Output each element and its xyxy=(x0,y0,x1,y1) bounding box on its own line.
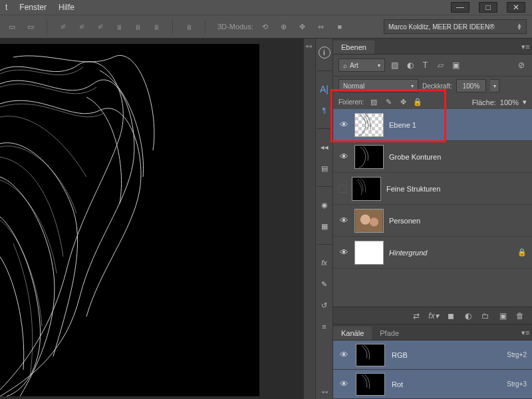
channel-row[interactable]: 👁 Rot Strg+3 xyxy=(333,370,532,399)
main-area: ◂◂ i A| ¶ ◂◂ ▤ ◉ ▦ fx ✎ ↺ ≡ ◂◂ Ebenen ▾≡… xyxy=(0,39,532,399)
3d-pan-icon[interactable]: ✥ xyxy=(296,20,309,33)
distribute-icon-5[interactable]: ⫼ xyxy=(131,20,144,33)
dropdown-arrows-icon: ▲▼ xyxy=(517,23,522,30)
visibility-eye-icon[interactable]: 👁 xyxy=(338,350,349,360)
group-icon[interactable]: 🗀 xyxy=(480,311,491,321)
layer-row[interactable]: 👁 Grobe Konturen xyxy=(333,141,532,173)
tab-channels[interactable]: Kanäle xyxy=(333,327,372,340)
blend-mode-dropdown[interactable]: Normal ▾ xyxy=(338,79,418,92)
blend-mode-value: Normal xyxy=(343,82,364,90)
lock-icon: 🔒 xyxy=(517,248,527,257)
fx-panel-icon[interactable]: fx xyxy=(319,257,331,269)
3d-slide-icon[interactable]: ⇔ xyxy=(315,20,328,33)
layer-row[interactable]: 👁 Hintergrund 🔒 xyxy=(333,237,532,269)
panel-collapse-strip[interactable]: ◂◂ xyxy=(303,39,315,399)
styles-panel-icon[interactable]: ▤ xyxy=(319,162,331,174)
lock-paint-icon[interactable]: ✎ xyxy=(384,98,393,107)
layer-thumbnail[interactable] xyxy=(354,145,384,169)
lock-transparent-icon[interactable]: ▨ xyxy=(369,98,378,107)
lock-all-icon[interactable]: 🔒 xyxy=(413,98,422,107)
align-icon-2[interactable]: ▭ xyxy=(24,20,37,33)
menu-hilfe[interactable]: Hilfe xyxy=(59,3,74,12)
layer-thumbnail[interactable] xyxy=(354,209,384,233)
tab-layers[interactable]: Ebenen xyxy=(333,41,374,54)
visibility-eye-icon[interactable]: 👁 xyxy=(338,120,349,130)
window-close[interactable]: ✕ xyxy=(507,2,525,13)
layer-thumbnail[interactable] xyxy=(354,241,384,265)
window-minimize[interactable]: — xyxy=(451,2,469,13)
options-bar: ▭ ▭ ꠵ ꠵ ꠵ ⫼ ⫼ ⫼ ⫼ 3D-Modus: ⟲ ⊕ ✥ ⇔ ■ Ma… xyxy=(0,15,532,39)
trash-icon[interactable]: 🗑 xyxy=(515,311,525,321)
fx-icon[interactable]: fx▾ xyxy=(428,311,439,321)
3d-scale-icon[interactable]: ■ xyxy=(333,20,346,33)
panel-menu-icon[interactable]: ▾≡ xyxy=(519,326,532,340)
window-maximize[interactable]: □ xyxy=(479,2,497,13)
lock-position-icon[interactable]: ✥ xyxy=(398,98,408,107)
panel-menu-icon[interactable]: ▾≡ xyxy=(519,40,532,54)
3d-roll-icon[interactable]: ⊕ xyxy=(277,20,291,33)
align-icon[interactable]: ▭ xyxy=(5,20,19,33)
layer-row[interactable]: 👁 Ebene 1 xyxy=(333,109,532,141)
distribute-icon-3[interactable]: ꠵ xyxy=(94,20,107,33)
lock-label: Fixieren: xyxy=(338,98,364,106)
menu-item-t[interactable]: t xyxy=(5,3,7,12)
collapse-icon: ◂◂ xyxy=(305,43,312,49)
distribute-icon-7[interactable]: ⫼ xyxy=(182,20,196,33)
channel-name: RGB xyxy=(392,351,408,359)
filter-toggle-icon[interactable]: ⊘ xyxy=(515,60,527,71)
swatches-panel-icon[interactable]: ▦ xyxy=(319,220,331,232)
distribute-icon-6[interactable]: ⫼ xyxy=(150,20,163,33)
layer-thumbnail[interactable] xyxy=(354,113,384,137)
link-layers-icon[interactable]: ⇄ xyxy=(411,311,422,321)
distribute-icon-2[interactable]: ꠵ xyxy=(75,20,88,33)
blend-row: Normal ▾ Deckkraft: 100% ▾ xyxy=(333,76,532,95)
distribute-icon-4[interactable]: ⫼ xyxy=(112,20,126,33)
channel-thumbnail xyxy=(356,344,385,366)
character-panel-icon[interactable]: A| xyxy=(319,83,331,95)
actions-panel-icon[interactable]: ≡ xyxy=(319,321,331,332)
layer-row[interactable]: 👁 Personen xyxy=(333,205,532,237)
visibility-eye-icon[interactable]: 👁 xyxy=(338,247,349,257)
layer-row[interactable]: Feine Strukturen xyxy=(333,173,532,205)
distribute-icon-1[interactable]: ꠵ xyxy=(57,20,70,33)
brush-panel-icon[interactable]: ✎ xyxy=(319,278,331,290)
fill-value[interactable]: 100% xyxy=(500,98,519,106)
filter-kind-dropdown[interactable]: ⌕ Art ▾ xyxy=(338,59,385,72)
chevron-down-icon: ▾ xyxy=(378,63,380,68)
layer-thumbnail[interactable] xyxy=(352,177,381,201)
filter-kind-label: Art xyxy=(350,62,358,69)
user-dropdown[interactable]: Marco Kolditz, MEER DER IDEEN® ▲▼ xyxy=(384,19,527,34)
visibility-eye-icon[interactable]: 👁 xyxy=(338,379,349,389)
channel-thumbnail xyxy=(356,373,385,396)
visibility-eye-icon[interactable] xyxy=(338,185,346,193)
collapse-bottom-icon[interactable]: ◂◂ xyxy=(321,388,328,395)
fill-dropdown-icon[interactable]: ▾ xyxy=(523,98,527,106)
info-panel-icon[interactable]: i xyxy=(319,47,331,59)
filter-pixel-icon[interactable]: ▧ xyxy=(389,60,400,71)
new-layer-icon[interactable]: ▣ xyxy=(497,311,508,321)
canvas-image xyxy=(0,44,259,396)
filter-type-icon[interactable]: T xyxy=(420,60,431,71)
filter-adjust-icon[interactable]: ◐ xyxy=(404,60,416,71)
color-panel-icon[interactable]: ◉ xyxy=(319,199,331,211)
history-panel-icon[interactable]: ↺ xyxy=(319,299,331,311)
canvas[interactable] xyxy=(0,39,303,399)
fill-row: Fixieren: ▨ ✎ ✥ 🔒 Fläche: 100% ▾ xyxy=(333,95,532,109)
filter-shape-icon[interactable]: ▱ xyxy=(435,60,446,71)
channels-panel: Kanäle Pfade ▾≡ 👁 RGB Strg+2 👁 Rot Strg+… xyxy=(333,324,532,399)
svg-rect-1 xyxy=(355,146,383,168)
paragraph-panel-icon[interactable]: ¶ xyxy=(319,104,331,116)
svg-point-4 xyxy=(360,214,370,224)
adjustment-icon[interactable]: ◐ xyxy=(463,311,473,321)
visibility-eye-icon[interactable]: 👁 xyxy=(338,215,349,225)
opacity-dropdown-icon[interactable]: ▾ xyxy=(490,79,499,92)
opacity-value[interactable]: 100% xyxy=(456,79,486,92)
menu-fenster[interactable]: Fenster xyxy=(19,3,47,12)
3d-orbit-icon[interactable]: ⟲ xyxy=(259,20,272,33)
channel-row[interactable]: 👁 RGB Strg+2 xyxy=(333,340,532,370)
mask-icon[interactable]: ◼ xyxy=(446,311,456,321)
filter-smart-icon[interactable]: ▣ xyxy=(450,60,462,71)
tab-paths[interactable]: Pfade xyxy=(372,327,407,340)
visibility-eye-icon[interactable]: 👁 xyxy=(338,152,349,162)
layers-collapse-icon[interactable]: ◂◂ xyxy=(319,141,331,153)
